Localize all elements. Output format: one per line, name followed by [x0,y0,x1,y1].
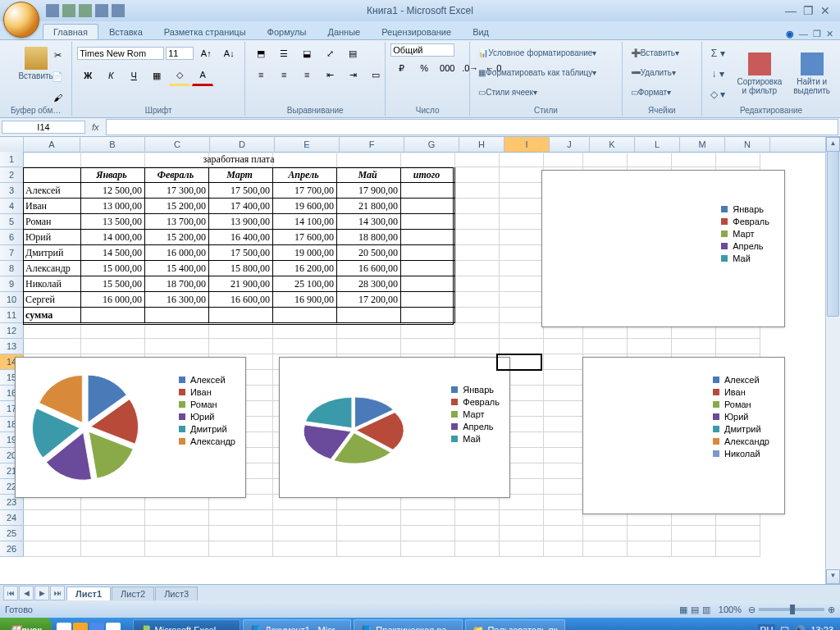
scrollbar-thumb[interactable] [827,151,839,317]
cell-H12[interactable] [453,323,500,339]
cell-G3[interactable] [399,183,455,199]
cell-E8[interactable]: 16 200,00 [271,261,337,276]
clock[interactable]: 13:23 [810,625,833,630]
zoom-slider[interactable] [759,608,824,611]
close-button[interactable]: ✕ [820,4,830,17]
cell-I2[interactable] [497,167,544,183]
row-header-5[interactable]: 5 [0,214,23,230]
cell-C8[interactable]: 15 400,00 [143,261,209,276]
language-indicator[interactable]: RU [758,624,776,630]
cell-J20[interactable] [541,448,583,463]
save-icon[interactable] [46,4,59,17]
cell-I13[interactable] [497,339,544,354]
cell-D3[interactable]: 17 500,00 [207,183,273,199]
cell-H13[interactable] [453,339,500,354]
col-header-G[interactable]: G [404,137,459,152]
cell-E9[interactable]: 25 100,00 [271,276,337,292]
cell-J23[interactable] [541,495,583,510]
cell-E10[interactable]: 16 900,00 [271,292,337,308]
cell-A6[interactable]: Юрий [23,230,81,245]
cell-C25[interactable] [143,526,209,541]
ribbon-tab-1[interactable]: Вставка [98,24,153,39]
minimize-button[interactable]: — [785,4,797,17]
cell-E7[interactable]: 19 000,00 [271,245,337,261]
cell-B8[interactable]: 15 000,00 [79,261,145,276]
cell-F7[interactable]: 20 500,00 [335,245,401,261]
cell-A25[interactable] [23,526,81,541]
cell-L1[interactable] [625,152,672,167]
increase-indent-button[interactable]: ⇥ [342,65,363,84]
fill-color-button[interactable]: ◇ [169,65,190,86]
tab-nav-prev[interactable]: ◀ [19,586,34,600]
mdi-close[interactable]: ✕ [826,29,833,39]
cell-I26[interactable] [497,541,544,557]
cell-C11[interactable] [143,308,209,323]
align-top-button[interactable]: ⬒ [250,43,272,63]
cell-J1[interactable] [541,152,583,167]
col-header-C[interactable]: C [145,137,210,152]
row-header-6[interactable]: 6 [0,230,23,245]
cell-D7[interactable]: 17 500,00 [207,245,273,261]
cell-B9[interactable]: 15 500,00 [79,276,145,292]
cell-F12[interactable] [335,323,401,339]
col-header-E[interactable]: E [275,137,340,152]
fx-label[interactable]: fx [87,122,104,132]
undo-icon[interactable] [62,4,75,17]
vertical-scrollbar[interactable]: ▲ ▼ [825,137,840,584]
cell-D11[interactable] [207,308,273,323]
cell-I10[interactable] [497,292,544,308]
cell-G12[interactable] [399,323,455,339]
cell-G4[interactable] [399,199,455,214]
cell-K1[interactable] [581,152,628,167]
row-header-4[interactable]: 4 [0,199,23,214]
cell-D13[interactable] [207,339,273,354]
cell-F3[interactable]: 17 900,00 [335,183,401,199]
font-name-combo[interactable] [77,47,164,60]
cell-H1[interactable] [453,152,500,167]
cell-B5[interactable]: 13 500,00 [79,214,145,230]
cell-B3[interactable]: 12 500,00 [79,183,145,199]
cell-B4[interactable]: 13 000,00 [79,199,145,214]
cell-D8[interactable]: 15 800,00 [207,261,273,276]
cell-M1[interactable] [669,152,716,167]
cell-A1[interactable]: заработная плата [23,152,455,167]
cell-F26[interactable] [335,541,401,557]
cell-J14[interactable] [541,354,583,370]
select-all-corner[interactable] [0,137,24,152]
align-right-button[interactable]: ≡ [296,65,317,84]
cell-L25[interactable] [625,526,672,541]
col-header-B[interactable]: B [80,137,145,152]
cell-K13[interactable] [581,339,628,354]
cell-N25[interactable] [714,526,760,541]
row-header-12[interactable]: 12 [0,323,23,339]
cell-H7[interactable] [453,245,500,261]
tab-nav-last[interactable]: ⏭ [50,586,65,600]
cell-I3[interactable] [497,183,544,199]
decrease-indent-button[interactable]: ⇤ [319,65,340,84]
row-header-11[interactable]: 11 [0,308,23,323]
cell-A11[interactable]: сумма [23,308,81,323]
cell-J19[interactable] [541,432,583,448]
tab-nav-next[interactable]: ▶ [34,586,49,600]
cell-styles-button[interactable]: ▭ Стили ячеек ▾ [475,83,623,103]
cell-H24[interactable] [453,510,500,526]
wrap-text-button[interactable]: ▤ [342,43,363,63]
cell-I11[interactable] [497,308,544,323]
col-header-J[interactable]: J [550,137,590,152]
bold-button[interactable]: Ж [77,66,98,85]
cell-F4[interactable]: 21 800,00 [335,199,401,214]
cell-A2[interactable] [23,167,81,183]
quick-launch-icon[interactable] [73,623,88,630]
cell-F5[interactable]: 14 300,00 [335,214,401,230]
cell-D6[interactable]: 16 400,00 [207,230,273,245]
mdi-restore[interactable]: ❐ [813,29,821,39]
cell-F10[interactable]: 17 200,00 [335,292,401,308]
cell-A24[interactable] [23,510,81,526]
cell-H2[interactable] [453,167,500,183]
delete-cells-button[interactable]: ➖ Удалить ▾ [628,63,703,83]
cell-K25[interactable] [581,526,628,541]
cell-D9[interactable]: 21 900,00 [207,276,273,292]
cell-J21[interactable] [541,463,583,479]
cut-button[interactable]: ✂ [47,45,68,65]
cell-H10[interactable] [453,292,500,308]
